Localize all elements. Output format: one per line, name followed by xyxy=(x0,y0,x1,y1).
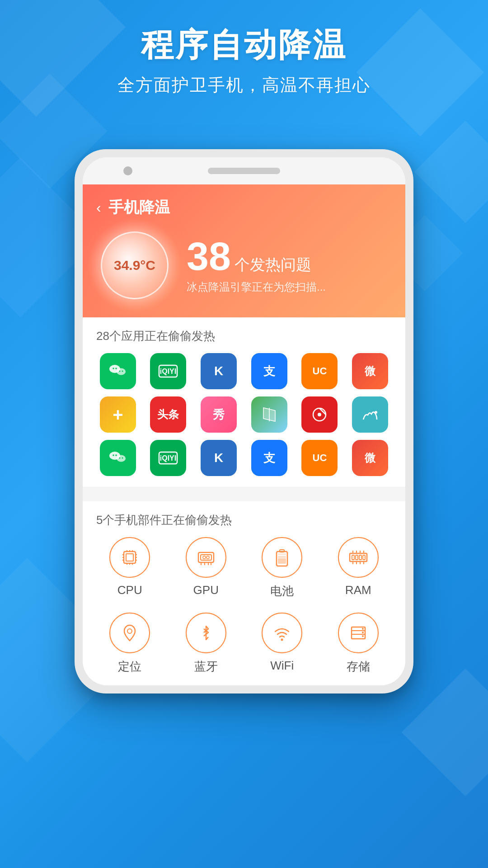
hardware-section: 5个手机部件正在偷偷发热 xyxy=(83,501,405,685)
phone-speaker xyxy=(208,168,280,174)
svg-point-16 xyxy=(113,454,114,456)
app-icon-toutiao: 头条 xyxy=(150,396,186,433)
svg-point-69 xyxy=(362,635,364,637)
hardware-item-battery[interactable]: 电池 xyxy=(249,537,316,599)
list-item[interactable]: 微 xyxy=(348,440,392,476)
svg-rect-50 xyxy=(352,555,354,560)
svg-point-63 xyxy=(281,639,283,641)
apps-section-label: 28个应用正在偷偷发热 xyxy=(96,328,392,344)
storage-icon-circle xyxy=(338,613,379,653)
list-item[interactable]: 微 xyxy=(348,353,392,389)
location-label: 定位 xyxy=(118,659,141,675)
phone-notch xyxy=(83,157,405,184)
header-subtitle: 全方面护卫手机，高温不再担心 xyxy=(0,74,488,97)
hardware-item-gpu[interactable]: GPU xyxy=(173,537,240,599)
svg-rect-47 xyxy=(278,556,286,558)
bluetooth-label: 蓝牙 xyxy=(194,659,218,675)
svg-rect-22 xyxy=(124,552,136,563)
list-item[interactable]: K xyxy=(197,440,240,476)
app-screen: ‹ 手机降温 34.9°C xyxy=(83,184,405,685)
heat-number: 38 xyxy=(187,236,231,276)
svg-point-19 xyxy=(122,458,123,459)
bg-diamond-4 xyxy=(414,121,488,223)
gpu-icon xyxy=(195,546,217,569)
list-item[interactable]: iQIYI xyxy=(147,353,190,389)
svg-rect-46 xyxy=(278,558,286,564)
heat-unit: 个发热问题 xyxy=(235,255,311,275)
app-icon-alipay: 支 xyxy=(251,353,287,389)
svg-point-42 xyxy=(203,556,206,559)
phone-outer: ‹ 手机降温 34.9°C xyxy=(75,149,413,693)
list-item[interactable]: UC xyxy=(298,353,342,389)
hardware-item-bluetooth[interactable]: 蓝牙 xyxy=(173,613,240,675)
app-icon-health: + xyxy=(100,396,136,433)
app-icon-weibo: 微 xyxy=(352,353,388,389)
ram-icon-circle xyxy=(338,537,379,578)
header-area: 程序自动降温 全方面护卫手机，高温不再担心 xyxy=(0,27,488,97)
wifi-icon xyxy=(271,622,293,644)
svg-point-13 xyxy=(375,411,377,414)
svg-rect-23 xyxy=(126,554,133,561)
svg-point-11 xyxy=(318,413,321,416)
apps-grid-row2: + 头条 秀 xyxy=(96,396,392,433)
svg-rect-53 xyxy=(363,555,365,560)
app-screen-title: 手机降温 xyxy=(108,197,170,218)
heat-description: 冰点降温引擎正在为您扫描... xyxy=(187,280,392,294)
list-item[interactable] xyxy=(96,353,140,389)
hardware-item-ram[interactable]: RAM xyxy=(325,537,392,599)
svg-point-5 xyxy=(122,371,123,372)
hardware-item-cpu[interactable]: CPU xyxy=(96,537,164,599)
back-icon[interactable]: ‹ xyxy=(96,199,101,216)
svg-point-4 xyxy=(119,371,120,372)
list-item[interactable]: 支 xyxy=(248,440,291,476)
list-item[interactable]: K xyxy=(197,353,240,389)
battery-icon-circle xyxy=(262,537,302,578)
cpu-icon-circle xyxy=(109,537,150,578)
list-item[interactable]: iQIYI xyxy=(147,440,190,476)
app-icon-maps xyxy=(251,396,287,433)
wifi-label: WiFi xyxy=(270,659,294,673)
list-item[interactable]: 头条 xyxy=(147,396,190,433)
hardware-grid-row2: 定位 蓝牙 xyxy=(96,613,392,675)
hardware-item-storage[interactable]: 存储 xyxy=(325,613,392,675)
svg-point-3 xyxy=(115,368,117,369)
hardware-item-location[interactable]: 定位 xyxy=(96,613,164,675)
list-item[interactable]: + xyxy=(96,396,140,433)
list-item[interactable] xyxy=(96,440,140,476)
svg-text:iQIYI: iQIYI xyxy=(160,368,176,375)
phone-inner: ‹ 手机降温 34.9°C xyxy=(83,157,405,685)
svg-point-15 xyxy=(117,455,126,462)
app-icon-weibo2: 微 xyxy=(352,440,388,476)
ram-label: RAM xyxy=(345,583,371,597)
battery-icon xyxy=(271,546,293,569)
section-separator xyxy=(83,487,405,494)
app-header-content: 34.9°C 38 个发热问题 冰点降温引擎正在为您扫描... xyxy=(96,227,392,304)
list-item[interactable]: 秀 xyxy=(197,396,240,433)
apps-section: 28个应用正在偷偷发热 iQIYI xyxy=(83,317,405,487)
list-item[interactable]: UC xyxy=(298,440,342,476)
app-header: ‹ 手机降温 34.9°C xyxy=(83,184,405,317)
hardware-item-wifi[interactable]: WiFi xyxy=(249,613,316,675)
svg-rect-52 xyxy=(359,555,361,560)
location-icon-circle xyxy=(109,613,150,653)
app-icon-wechat2 xyxy=(100,440,136,476)
app-icon-iqiyi: iQIYI xyxy=(150,353,186,389)
app-icon-wechat xyxy=(100,353,136,389)
bluetooth-icon-circle xyxy=(186,613,226,653)
ram-icon xyxy=(347,546,370,569)
app-icon-uc: UC xyxy=(301,353,338,389)
app-icon-iqiyi2: iQIYI xyxy=(150,440,186,476)
list-item[interactable]: 支 xyxy=(248,353,291,389)
list-item[interactable] xyxy=(298,396,342,433)
apps-grid-row1: iQIYI K 支 UC 微 xyxy=(96,353,392,389)
app-icon-alipay2: 支 xyxy=(251,440,287,476)
location-icon xyxy=(118,622,141,644)
app-icon-kuwo2: K xyxy=(201,440,237,476)
temperature-circle: 34.9°C xyxy=(101,231,169,299)
svg-point-62 xyxy=(127,629,132,633)
list-item[interactable] xyxy=(348,396,392,433)
heat-count-row: 38 个发热问题 xyxy=(187,236,392,276)
svg-point-1 xyxy=(117,368,126,375)
list-item[interactable] xyxy=(248,396,291,433)
svg-rect-37 xyxy=(201,555,211,560)
